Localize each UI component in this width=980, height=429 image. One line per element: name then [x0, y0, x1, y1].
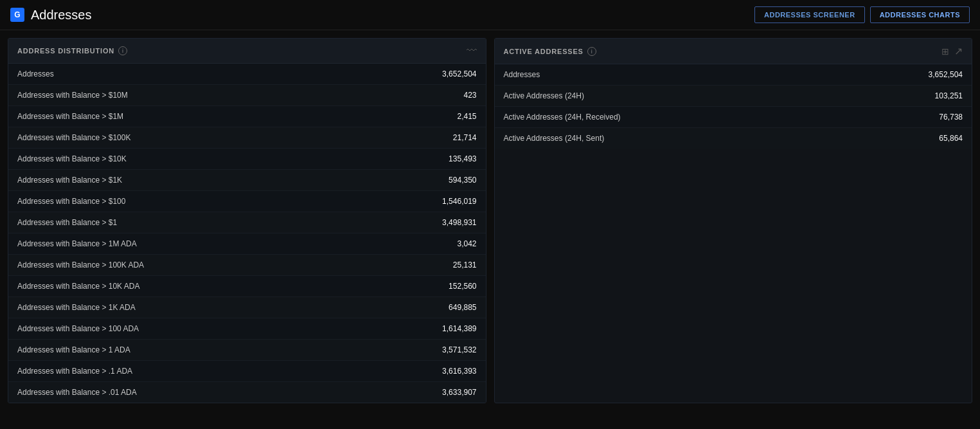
- table-icon[interactable]: ⊞: [941, 46, 949, 57]
- row-value: 3,498,931: [442, 218, 476, 227]
- address-distribution-panel: ADDRESS DISTRIBUTION i 〰 Addresses 3,652…: [8, 38, 486, 403]
- row-value: 1,546,019: [442, 197, 476, 206]
- active-addresses-info-icon[interactable]: i: [587, 47, 596, 56]
- addresses-screener-button[interactable]: ADDRESSES SCREENER: [754, 6, 865, 23]
- table-row: Active Addresses (24H, Received) 76,738: [495, 107, 972, 128]
- table-row: Addresses with Balance > 1K ADA 649,885: [8, 297, 486, 318]
- address-distribution-info-icon[interactable]: i: [118, 46, 127, 55]
- row-value: 3,616,393: [442, 367, 476, 376]
- row-label: Addresses with Balance > 100 ADA: [17, 324, 139, 333]
- row-value: 25,131: [453, 260, 477, 269]
- row-label: Addresses: [504, 70, 540, 79]
- table-row: Addresses with Balance > 1M ADA 3,042: [8, 233, 486, 255]
- row-value: 21,714: [453, 133, 477, 142]
- row-value: 103,251: [935, 91, 963, 100]
- row-value: 2,415: [457, 112, 476, 121]
- row-label: Addresses with Balance > $1: [17, 218, 117, 227]
- active-addresses-rows: Addresses 3,652,504 Active Addresses (24…: [495, 64, 972, 149]
- row-label: Addresses with Balance > 1M ADA: [17, 239, 137, 248]
- table-row: Addresses with Balance > 10K ADA 152,560: [8, 276, 486, 297]
- table-row: Addresses with Balance > $100 1,546,019: [8, 191, 486, 212]
- table-row: Addresses with Balance > $10M 423: [8, 85, 486, 106]
- table-row: Addresses with Balance > 100 ADA 1,614,3…: [8, 318, 486, 340]
- row-label: Addresses: [17, 69, 54, 78]
- row-label: Addresses with Balance > $10K: [17, 154, 127, 163]
- row-label: Addresses with Balance > $100K: [17, 133, 130, 142]
- row-value: 3,042: [457, 239, 476, 248]
- row-label: Addresses with Balance > $1M: [17, 112, 123, 121]
- row-value: 3,571,532: [442, 345, 476, 354]
- panel-header-actions: 〰: [467, 45, 477, 57]
- row-value: 1,614,389: [442, 324, 476, 333]
- table-row: Addresses with Balance > .1 ADA 3,616,39…: [8, 361, 486, 382]
- row-label: Active Addresses (24H, Sent): [504, 134, 605, 143]
- row-value: 3,652,504: [929, 70, 963, 79]
- addresses-charts-button[interactable]: ADDRESSES CHARTS: [870, 6, 970, 23]
- row-label: Addresses with Balance > 1 ADA: [17, 345, 130, 354]
- header-nav: ADDRESSES SCREENER ADDRESSES CHARTS: [754, 6, 970, 23]
- active-addresses-panel: ACTIVE ADDRESSES i ⊞ ↗ Addresses 3,652,5…: [494, 38, 973, 403]
- row-label: Addresses with Balance > $1K: [17, 176, 122, 185]
- address-distribution-header: ADDRESS DISTRIBUTION i 〰: [8, 39, 486, 64]
- address-distribution-rows: Addresses 3,652,504 Addresses with Balan…: [8, 64, 486, 403]
- table-row: Addresses 3,652,504: [8, 64, 486, 85]
- row-value: 135,493: [449, 154, 476, 163]
- table-row: Addresses with Balance > $1M 2,415: [8, 106, 486, 127]
- table-row: Active Addresses (24H, Sent) 65,864: [495, 128, 972, 149]
- row-value: 152,560: [449, 282, 476, 291]
- app-logo: G: [10, 8, 24, 22]
- row-value: 76,738: [939, 113, 963, 122]
- page-title: Addresses: [31, 8, 92, 23]
- table-row: Active Addresses (24H) 103,251: [495, 86, 972, 107]
- table-row: Addresses with Balance > $1K 594,350: [8, 170, 486, 191]
- table-row: Addresses with Balance > $10K 135,493: [8, 149, 486, 170]
- address-distribution-title: ADDRESS DISTRIBUTION: [17, 47, 114, 55]
- active-addresses-title: ACTIVE ADDRESSES: [504, 48, 584, 55]
- active-panel-header-actions: ⊞ ↗: [941, 45, 963, 57]
- row-label: Addresses with Balance > $10M: [17, 91, 128, 100]
- table-row: Addresses with Balance > $100K 21,714: [8, 127, 486, 149]
- table-row: Addresses with Balance > 1 ADA 3,571,532: [8, 340, 486, 361]
- row-label: Addresses with Balance > .01 ADA: [17, 388, 137, 397]
- header-left: G Addresses: [10, 8, 92, 23]
- row-value: 649,885: [449, 303, 476, 312]
- line-chart-icon[interactable]: ↗: [954, 45, 963, 57]
- row-value: 594,350: [449, 176, 476, 185]
- row-label: Active Addresses (24H): [504, 91, 584, 100]
- active-panel-header-left: ACTIVE ADDRESSES i: [504, 47, 596, 56]
- row-label: Addresses with Balance > .1 ADA: [17, 367, 132, 376]
- row-label: Addresses with Balance > 100K ADA: [17, 260, 144, 269]
- row-label: Addresses with Balance > $100: [17, 197, 125, 206]
- row-value: 3,652,504: [442, 69, 476, 78]
- main-content: ADDRESS DISTRIBUTION i 〰 Addresses 3,652…: [0, 30, 980, 411]
- panel-header-left: ADDRESS DISTRIBUTION i: [17, 46, 127, 55]
- row-value: 65,864: [939, 134, 963, 143]
- active-addresses-header: ACTIVE ADDRESSES i ⊞ ↗: [495, 39, 972, 64]
- chart-toggle-icon[interactable]: 〰: [467, 45, 477, 57]
- row-label: Addresses with Balance > 1K ADA: [17, 303, 136, 312]
- table-row: Addresses with Balance > 100K ADA 25,131: [8, 255, 486, 276]
- header: G Addresses ADDRESSES SCREENER ADDRESSES…: [0, 0, 980, 30]
- table-row: Addresses 3,652,504: [495, 64, 972, 86]
- row-label: Active Addresses (24H, Received): [504, 113, 621, 122]
- row-value: 3,633,907: [442, 388, 476, 397]
- table-row: Addresses with Balance > .01 ADA 3,633,9…: [8, 382, 486, 403]
- row-label: Addresses with Balance > 10K ADA: [17, 282, 139, 291]
- row-value: 423: [463, 91, 476, 100]
- table-row: Addresses with Balance > $1 3,498,931: [8, 212, 486, 233]
